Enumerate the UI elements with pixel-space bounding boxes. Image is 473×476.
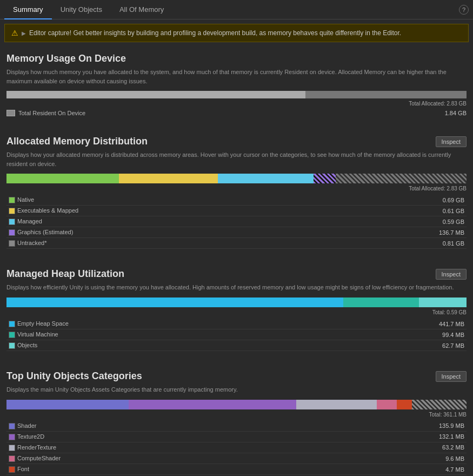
inspect-managed-button[interactable]: Inspect	[436, 269, 467, 280]
managed-heap-title: Managed Heap Utilization	[6, 268, 124, 280]
graphics-swatch	[9, 229, 15, 236]
bar-objects	[419, 298, 467, 307]
memory-usage-title: Memory Usage On Device	[6, 53, 126, 64]
legend-row: Font 4.7 MB	[6, 464, 467, 475]
legend-row: RenderTexture 63.2 MB	[6, 442, 467, 453]
legend-row: Virtual Machine 99.4 MB	[6, 329, 467, 340]
warning-banner: ⚠ ▶ Editor capture! Get better insights …	[4, 24, 469, 42]
legend-row: ComputeShader 9.6 MB	[6, 453, 467, 464]
vm-swatch	[9, 332, 15, 338]
total-allocated-label: Total Allocated: 2.83 GB	[6, 101, 467, 107]
allocated-legend-table: Native 0.69 GB Executables & Mapped 0.61…	[6, 195, 467, 249]
shader-swatch	[9, 423, 15, 429]
legend-row: Native 0.69 GB	[6, 195, 467, 206]
bar-untracked	[336, 174, 467, 183]
legend-row: Executables & Mapped 0.61 GB	[6, 206, 467, 216]
resident-value: 1.84 GB	[445, 110, 467, 116]
resident-row: Total Resident On Device 1.84 GB	[6, 110, 467, 116]
bar-executables	[119, 174, 218, 183]
allocated-memory-title: Allocated Memory Distribution	[6, 136, 148, 147]
collapse-icon: ▶	[22, 30, 26, 36]
managed-heap-desc: Displays how efficiently Unity is using …	[6, 283, 467, 292]
top-unity-objects-header: Top Unity Objects Categories Inspect	[6, 364, 467, 382]
memory-usage-header: Memory Usage On Device	[6, 47, 467, 64]
legend-row: Objects 62.7 MB	[6, 340, 467, 351]
managed-total-label: Total: 0.59 GB	[6, 309, 467, 315]
untracked-swatch	[9, 240, 15, 247]
top-unity-objects-section: Top Unity Objects Categories Inspect Dis…	[6, 364, 467, 476]
empty-heap-swatch	[9, 321, 15, 327]
legend-row: Graphics (Estimated) 136.7 MB	[6, 227, 467, 238]
warning-triangle-icon: ⚠	[11, 29, 18, 37]
legend-row: Managed 0.59 GB	[6, 216, 467, 227]
top-unity-objects-title: Top Unity Objects Categories	[6, 371, 142, 382]
legend-row: Empty Heap Space 441.7 MB	[6, 319, 467, 329]
tab-summary[interactable]: Summary	[4, 1, 52, 19]
resident-swatch	[6, 110, 15, 116]
tab-bar: Summary Unity Objects All Of Memory ?	[0, 0, 473, 19]
legend-row: Texture2D 132.1 MB	[6, 431, 467, 442]
inspect-unity-objects-button[interactable]: Inspect	[436, 371, 467, 382]
computeshader-swatch	[9, 455, 15, 462]
allocated-memory-desc: Displays how your allocated memory is di…	[6, 150, 467, 168]
bar-managed	[218, 174, 314, 183]
allocated-total-label: Total Allocated: 2.83 GB	[6, 186, 467, 191]
rendertexture-swatch	[9, 445, 15, 451]
texture2d-swatch	[9, 434, 15, 440]
bar-graphics	[314, 174, 336, 183]
warning-text: Editor capture! Get better insights by b…	[29, 29, 401, 37]
top-unity-bar	[6, 400, 467, 409]
tab-all-of-memory[interactable]: All Of Memory	[111, 1, 172, 19]
allocated-memory-bar	[6, 174, 467, 183]
bar-virtual-machine	[343, 298, 419, 307]
resident-label: Total Resident On Device	[18, 110, 85, 116]
native-swatch	[9, 197, 15, 203]
managed-heap-bar	[6, 298, 467, 307]
bar-native	[6, 174, 119, 183]
objects-swatch	[9, 342, 15, 349]
memory-usage-section: Memory Usage On Device Displays how much…	[6, 47, 467, 116]
bar-empty-heap	[6, 298, 343, 307]
main-content: Memory Usage On Device Displays how much…	[0, 47, 473, 476]
font-swatch	[9, 466, 15, 473]
bar-texture2d	[129, 400, 297, 409]
legend-row: Shader 135.9 MB	[6, 421, 467, 432]
tab-unity-objects[interactable]: Unity Objects	[52, 1, 111, 19]
legend-row: Untracked* 0.81 GB	[6, 238, 467, 249]
inspect-allocated-button[interactable]: Inspect	[436, 136, 467, 147]
bar-others	[412, 400, 467, 409]
bar-shader	[6, 400, 129, 409]
help-icon[interactable]: ?	[459, 5, 469, 15]
bar-computeshader	[377, 400, 397, 409]
memory-usage-bar	[6, 91, 467, 98]
managed-heap-section: Managed Heap Utilization Inspect Display…	[6, 262, 467, 351]
bar-rendertexture	[296, 400, 377, 409]
unity-objects-legend-table: Shader 135.9 MB Texture2D 132.1 MB Rende…	[6, 421, 467, 476]
top-unity-objects-desc: Displays the main Unity Objects Assets C…	[6, 385, 467, 394]
memory-usage-fill	[6, 91, 305, 98]
managed-heap-header: Managed Heap Utilization Inspect	[6, 262, 467, 280]
bar-font	[397, 400, 411, 409]
unity-objects-total-label: Total: 361.1 MB	[6, 412, 467, 418]
managed-legend-table: Empty Heap Space 441.7 MB Virtual Machin…	[6, 319, 467, 351]
exec-swatch	[9, 208, 15, 214]
allocated-memory-header: Allocated Memory Distribution Inspect	[6, 129, 467, 147]
memory-usage-desc: Displays how much memory you have alloca…	[6, 68, 467, 85]
managed-swatch	[9, 219, 15, 225]
allocated-memory-section: Allocated Memory Distribution Inspect Di…	[6, 129, 467, 249]
